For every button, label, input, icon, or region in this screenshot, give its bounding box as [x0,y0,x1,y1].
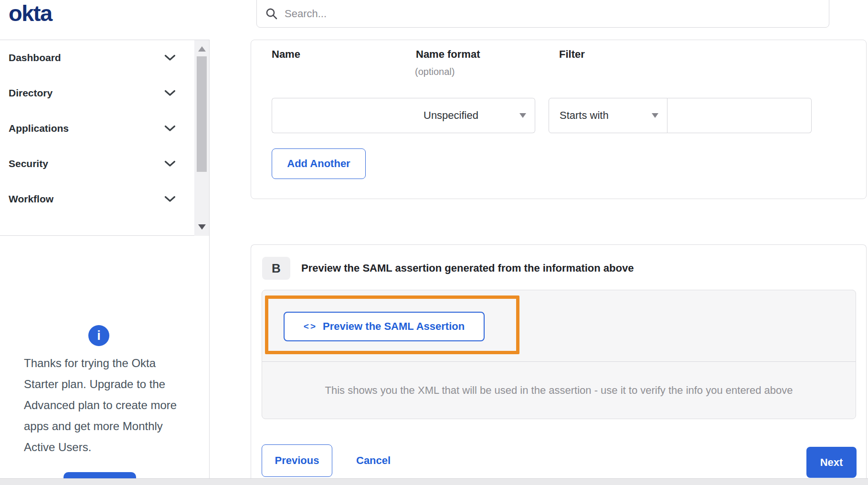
sidebar-item-label: Applications [9,123,69,134]
sidebar-item-label: Dashboard [9,52,61,63]
bottom-edge-bar [0,478,868,485]
sidebar-item-label: Workflow [9,193,53,205]
global-search[interactable] [256,0,829,28]
select-caret-icon [519,113,526,118]
sidebar-scrollbar[interactable] [194,40,209,236]
filter-type-selected-value: Starts with [560,109,609,122]
search-input[interactable] [285,8,820,20]
sidebar-item-security[interactable]: Security [0,146,194,181]
filter-value-input[interactable] [667,98,812,133]
chevron-down-icon [164,125,176,132]
name-format-selected-value: Unspecified [423,109,478,122]
section-header: B Preview the SAML assertion generated f… [262,257,634,280]
name-format-select[interactable]: Unspecified [413,98,535,133]
filter-type-select[interactable]: Starts with [549,98,667,133]
next-button[interactable]: Next [806,447,857,478]
previous-button[interactable]: Previous [262,444,332,477]
sidebar-item-label: Security [9,158,48,169]
cancel-link[interactable]: Cancel [356,444,391,477]
preview-help-text: This shows you the XML that will be used… [262,362,856,419]
okta-logo: okta [9,0,52,26]
attribute-name-input[interactable] [272,98,413,133]
select-caret-icon [652,113,658,118]
chevron-down-icon [164,160,176,167]
sidebar-item-applications[interactable]: Applications [0,111,194,146]
code-brackets-icon: <> [304,321,317,332]
attribute-statement-card: Name Name format (optional) Filter Unspe… [251,40,867,199]
info-icon-glyph: i [97,328,101,343]
okta-admin-console: okta Dashboard Directory Applica [0,0,868,485]
scrollbar-thumb[interactable] [197,56,207,172]
sidebar-nav: Dashboard Directory Applications Securit… [0,40,209,236]
chevron-down-icon [164,90,176,96]
scroll-down-arrow-icon[interactable] [198,224,206,230]
name-format-column-header: Name format [416,48,480,61]
preview-saml-assertion-button[interactable]: <> Preview the SAML Assertion [284,312,485,341]
sidebar-item-workflow[interactable]: Workflow [0,181,194,217]
preview-saml-card: B Preview the SAML assertion generated f… [251,244,867,479]
scroll-up-arrow-icon[interactable] [198,46,206,52]
chevron-down-icon [164,54,176,61]
preview-button-label: Preview the SAML Assertion [323,320,465,333]
preview-panel: <> Preview the SAML Assertion This shows… [262,290,856,419]
search-icon [265,8,278,20]
chevron-down-icon [164,196,176,202]
sidebar-item-dashboard[interactable]: Dashboard [0,40,194,75]
add-another-button[interactable]: Add Another [272,148,366,179]
name-column-header: Name [272,48,300,61]
info-icon: i [88,325,109,346]
upgrade-note: Thanks for trying the Okta Starter plan.… [24,353,183,458]
section-b-badge: B [262,257,290,280]
filter-column-header: Filter [559,48,585,61]
section-title: Preview the SAML assertion generated fro… [301,262,634,274]
sidebar: Dashboard Directory Applications Securit… [0,40,210,478]
name-format-optional-hint: (optional) [415,66,455,77]
sidebar-item-label: Directory [9,87,53,99]
sidebar-item-directory[interactable]: Directory [0,75,194,111]
preview-button-area: <> Preview the SAML Assertion [262,290,856,362]
